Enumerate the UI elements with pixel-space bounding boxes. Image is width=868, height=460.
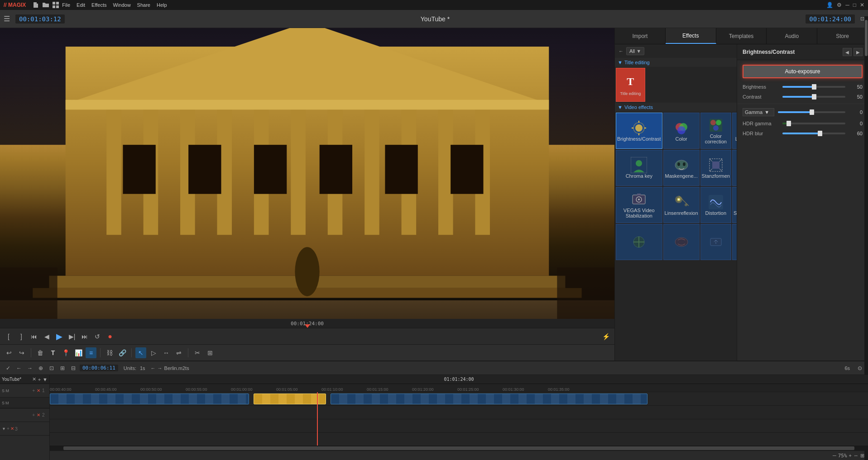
gamma-slider[interactable] [778,111,845,113]
effects-list-scroll[interactable]: ▼ Title editing T Title editing ▼ Video … [615,58,737,360]
tab-import[interactable]: Import [615,28,666,44]
play-btn[interactable]: ▶ [54,332,64,341]
zoom-fit-btn[interactable]: ↔ [854,453,858,458]
auto-exposure-button[interactable]: Auto-exposure [743,65,863,78]
hdr-gamma-thumb[interactable] [786,121,791,126]
zoom-in-btn[interactable]: + [849,453,852,458]
close-btn[interactable]: ✕ [860,2,864,8]
effect-sharpness[interactable]: Sharpness [732,187,737,223]
effect-color-correction[interactable]: Color correction [700,113,731,149]
roll-btn[interactable]: ⇌ [173,347,184,358]
menu-help[interactable]: Help [157,2,167,8]
timeline-dropdown-btn[interactable]: ▼ [43,377,48,382]
hdr-blur-slider[interactable] [782,133,845,134]
ripple-btn[interactable]: ▷ [148,347,159,358]
menu-share[interactable]: Share [137,2,150,8]
clip-2[interactable] [254,394,326,404]
link-btn[interactable]: ⛓ [104,347,115,358]
timeline-close-btn[interactable]: ✕ [32,376,36,382]
effect-linsenreflexion[interactable]: Linsenreflexion [663,187,700,223]
go-end-btn[interactable]: ⏭ [80,332,90,341]
effect-stanzformen[interactable]: Stanzformen [700,150,731,186]
loop-btn[interactable]: ↺ [92,332,102,341]
bracket-left-btn[interactable]: [ [4,332,14,341]
tab-store[interactable]: Store [817,28,868,44]
effect-vegas-stabilization[interactable]: VEGAS Video Stabilization [616,187,662,223]
zoom-expand-btn[interactable]: ⊞ [860,453,864,459]
brightness-thumb[interactable] [812,84,816,90]
unlink-btn[interactable]: 🔗 [117,347,128,358]
tl-btn-b[interactable]: ⊡ [47,364,56,373]
histogram-btn[interactable]: 📊 [73,347,84,358]
menu-file[interactable]: File [62,2,70,8]
tl-next-btn[interactable]: → [25,364,34,373]
clip-1[interactable] [50,394,249,404]
tl-check-btn[interactable]: ✓ [4,364,13,373]
track-1-add[interactable]: + [32,388,35,393]
gamma-dropdown[interactable]: Gamma ▼ [743,108,774,116]
bracket-right-btn[interactable]: ] [16,332,26,341]
settings-icon[interactable]: ⚙ [837,2,842,8]
effect-art-filter[interactable]: Art filter [732,150,737,186]
timeline-mode-btn[interactable]: ≡ [86,347,96,358]
zoom-out-btn[interactable]: ─ [833,453,836,458]
effect-row4-2[interactable] [663,224,700,260]
user-icon[interactable]: 👤 [826,2,833,8]
tab-templates[interactable]: Templates [716,28,767,44]
effect-masken[interactable]: Maskengene... [663,150,700,186]
prev-frame-btn[interactable]: ◀ [42,332,52,341]
category-video-effects[interactable]: ▼ Video effects [615,103,737,112]
tl-end-btn[interactable]: ⊙ [855,364,864,373]
breadcrumb-arrow-fwd[interactable]: → [158,365,163,371]
redo-btn[interactable]: ↪ [16,347,27,358]
preview-maximize[interactable]: ⊡ [860,16,864,22]
menu-window[interactable]: Window [113,2,130,8]
properties-next-btn[interactable]: ▶ [854,48,863,56]
track-1-remove[interactable]: ✕ [37,388,40,393]
hdr-blur-thumb[interactable] [818,131,822,136]
tl-btn-d[interactable]: ⊟ [69,364,78,373]
insert-btn[interactable]: ⊞ [205,347,216,358]
effect-leuchten[interactable]: Leuchten [732,113,737,149]
track-s-btn[interactable]: S [2,401,5,405]
track-3-collapse[interactable]: ▼ [2,427,6,431]
menu-edit[interactable]: Edit [77,2,85,8]
filter-dropdown[interactable]: All ▼ [626,47,644,55]
lightning-btn[interactable]: ⚡ [601,332,611,341]
title-editing-item[interactable]: T Title editing [616,68,645,102]
select-btn[interactable]: ↖ [135,347,146,358]
next-frame-btn[interactable]: ▶| [67,332,77,341]
effect-row4-1[interactable] [616,224,662,260]
timeline-scrollbar[interactable] [50,446,868,451]
undo-btn[interactable]: ↩ [4,347,14,358]
tl-btn-a[interactable]: ⊕ [36,364,45,373]
tl-prev-btn[interactable]: ← [14,364,24,373]
timeline-scroll-thumb[interactable] [63,446,854,450]
effect-color[interactable]: Color [663,113,700,149]
contrast-thumb[interactable] [812,94,816,100]
go-start-btn[interactable]: ⏮ [29,332,39,341]
effect-row4-4[interactable] [732,224,737,260]
track-3-add[interactable]: + [7,426,10,431]
delete-btn[interactable]: 🗑 [35,347,46,358]
effect-distortion[interactable]: Distortion [700,187,731,223]
maximize-btn[interactable]: □ [853,2,856,8]
breadcrumb-arrow-back[interactable]: ← [151,365,156,371]
track-3-remove[interactable]: ✕ [10,426,14,431]
tab-audio[interactable]: Audio [767,28,817,44]
contrast-slider[interactable] [782,96,845,98]
clip-3[interactable] [331,394,647,404]
category-title-editing[interactable]: ▼ Title editing [615,58,737,67]
effect-chroma-key[interactable]: Chroma key [616,150,662,186]
effect-brightness-contrast[interactable]: Brightness/Contrast [616,113,662,149]
timeline-add-btn[interactable]: + [38,377,41,382]
hamburger-menu[interactable]: ☰ [4,14,10,23]
track-2-remove[interactable]: ✕ [37,413,40,417]
marker-btn[interactable]: 📍 [60,347,71,358]
minimize-btn[interactable]: ─ [845,2,849,8]
gamma-thumb[interactable] [810,109,814,115]
tab-effects[interactable]: Effects [666,28,716,44]
hdr-gamma-slider[interactable] [782,123,845,124]
title-btn[interactable]: T [48,347,58,358]
effect-row4-3[interactable] [700,224,731,260]
